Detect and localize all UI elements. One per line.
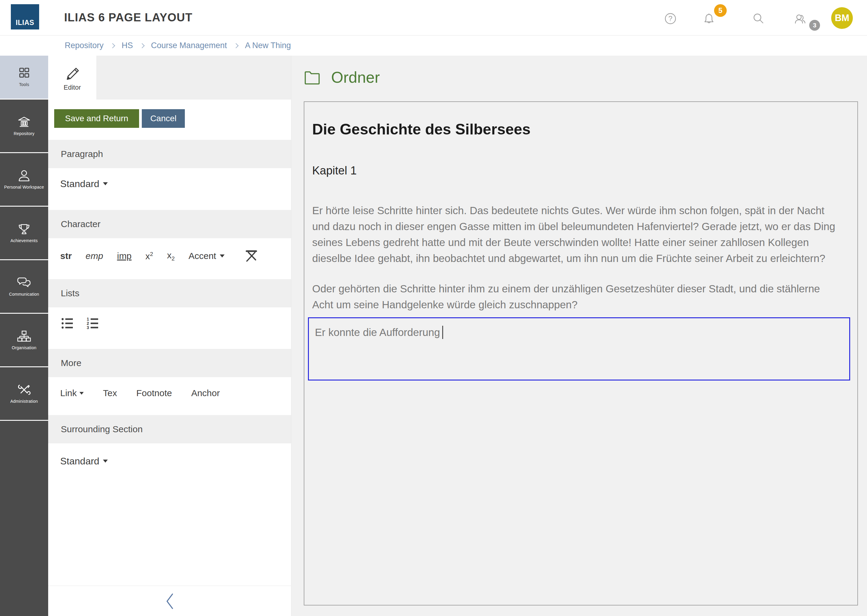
breadcrumb-item-a-new-thing[interactable]: A New Thing (245, 41, 291, 50)
chat-bubbles-icon (17, 276, 31, 289)
breadcrumb-item-course-management[interactable]: Course Management (151, 41, 227, 50)
edit-block-text: Er konnte die Aufforderung (315, 326, 440, 338)
article-subheading-block[interactable]: Kapitel 1 (312, 164, 850, 177)
ilias-logo[interactable]: ILIAS (11, 4, 39, 30)
contacts-button[interactable] (793, 12, 807, 25)
app-root: ILIAS ILIAS 6 PAGE LAYOUT ? (0, 0, 867, 616)
footnote-button[interactable]: Footnote (136, 388, 172, 398)
sidebar-item-achievements[interactable]: Achievements (0, 207, 48, 260)
section-header-surrounding-section: Surrounding Section (48, 415, 291, 443)
collapse-chevron-left-icon[interactable] (165, 592, 175, 610)
sidebar-item-label: Achievements (11, 239, 38, 243)
content-area: Ordner Die Geschichte des Silbersees Kap… (292, 56, 867, 616)
svg-text:?: ? (668, 14, 672, 22)
sidebar-item-repository[interactable]: Repository (0, 99, 48, 153)
important-button[interactable]: imp (117, 251, 132, 261)
sidebar-item-administration[interactable]: Administration (0, 367, 48, 421)
notification-count-badge: 5 (714, 4, 727, 17)
anchor-button[interactable]: Anchor (191, 388, 220, 398)
editor-side-panel: Editor Save and Return Cancel Paragraph … (48, 56, 292, 616)
sidebar-item-label: Administration (10, 399, 38, 404)
section-header-lists: Lists (48, 279, 291, 307)
help-icon: ? (664, 12, 677, 25)
page-title-header: ILIAS 6 PAGE LAYOUT (64, 0, 193, 35)
org-chart-icon (17, 330, 31, 343)
tex-button[interactable]: Tex (103, 388, 117, 398)
paragraph-style-dropdown[interactable]: Standard (60, 178, 108, 190)
sidebar-item-communication[interactable]: Communication (0, 260, 48, 314)
tab-editor-label: Editor (63, 83, 81, 91)
sidebar-item-tools[interactable]: Tools (0, 56, 48, 99)
sidebar-item-label: Communication (9, 292, 39, 297)
paragraph-block[interactable]: Oder gehörten die Schritte hinter ihm zu… (312, 281, 837, 313)
accent-dropdown[interactable]: Accent (188, 251, 225, 261)
clear-format-icon[interactable] (244, 249, 258, 263)
cancel-button[interactable]: Cancel (142, 109, 185, 128)
top-header: ILIAS ILIAS 6 PAGE LAYOUT ? (0, 0, 867, 36)
sidebar-item-label: Repository (14, 132, 35, 136)
sidebar-item-personal-workspace[interactable]: Personal Workspace (0, 153, 48, 207)
breadcrumb: Repository HS Course Management A New Th… (0, 36, 867, 56)
folder-icon (304, 70, 320, 85)
save-and-return-button[interactable]: Save and Return (54, 109, 139, 128)
sidebar-item-label: Personal Workspace (4, 185, 44, 190)
chevron-right-icon (233, 43, 238, 48)
numbered-list-icon[interactable]: 1 2 3 (85, 316, 100, 330)
more-toolbar: Link Tex Footnote Anchor (60, 385, 220, 401)
character-toolbar: str emp imp x2 x2 Accent (60, 247, 258, 265)
bell-icon (702, 12, 716, 25)
sidebar-item-label: Organisation (12, 346, 36, 350)
object-title-row: Ordner (304, 68, 380, 86)
users-icon (793, 12, 807, 25)
lists-toolbar: 1 2 3 (60, 315, 100, 332)
text-cursor (442, 326, 443, 339)
grid-icon (17, 67, 31, 80)
user-avatar[interactable]: BM (831, 7, 853, 29)
main-nav-rail: Tools Repository Personal Workspace (0, 56, 48, 616)
page-editor-canvas: Die Geschichte des Silbersees Kapitel 1 … (304, 101, 858, 605)
editor-tab-row: Editor (48, 56, 291, 99)
section-header-paragraph: Paragraph (48, 140, 291, 168)
chevron-down-icon (103, 182, 108, 185)
paragraph-block[interactable]: Er hörte leise Schritte hinter sich. Das… (312, 203, 837, 266)
search-button[interactable] (752, 12, 766, 25)
paragraph-style-row: Standard (60, 176, 108, 192)
editor-action-row: Save and Return Cancel (54, 109, 185, 128)
contacts-count-badge: 3 (809, 20, 820, 31)
sidebar-item-organisation[interactable]: Organisation (0, 314, 48, 367)
page-title: Ordner (331, 68, 380, 86)
article-heading-block[interactable]: Die Geschichte des Silbersees (312, 121, 850, 138)
person-icon (17, 169, 31, 182)
search-icon (752, 12, 766, 25)
breadcrumb-item-hs[interactable]: HS (121, 41, 133, 50)
notifications-button[interactable] (702, 12, 716, 25)
surrounding-style-dropdown[interactable]: Standard (60, 456, 108, 467)
link-dropdown[interactable]: Link (60, 388, 84, 398)
accent-label: Accent (188, 251, 216, 261)
breadcrumb-item-repository[interactable]: Repository (65, 41, 104, 50)
superscript-button[interactable]: x2 (145, 251, 153, 261)
svg-text:3: 3 (87, 325, 89, 330)
paragraph-style-value: Standard (60, 178, 99, 190)
tools-crossed-icon (17, 383, 31, 396)
bank-icon (17, 115, 31, 129)
strong-button[interactable]: str (60, 251, 72, 261)
chevron-down-icon (103, 460, 108, 463)
tab-editor[interactable]: Editor (48, 56, 96, 99)
chevron-down-icon (220, 255, 225, 258)
help-button[interactable]: ? (664, 12, 677, 25)
subscript-button[interactable]: x2 (167, 250, 175, 262)
sidebar-item-label: Tools (19, 82, 29, 87)
link-label: Link (60, 388, 77, 398)
panel-collapse-area (48, 586, 291, 616)
surrounding-style-row: Standard (60, 453, 108, 469)
trophy-icon (17, 223, 31, 236)
active-edit-block[interactable]: Er konnte die Aufforderung (308, 317, 850, 380)
chevron-down-icon (79, 392, 84, 394)
bullet-list-icon[interactable] (60, 316, 75, 330)
pencil-icon (63, 64, 81, 81)
emphasis-button[interactable]: emp (85, 251, 103, 261)
chevron-right-icon (110, 43, 115, 48)
section-header-more: More (48, 349, 291, 377)
surrounding-style-value: Standard (60, 456, 99, 467)
